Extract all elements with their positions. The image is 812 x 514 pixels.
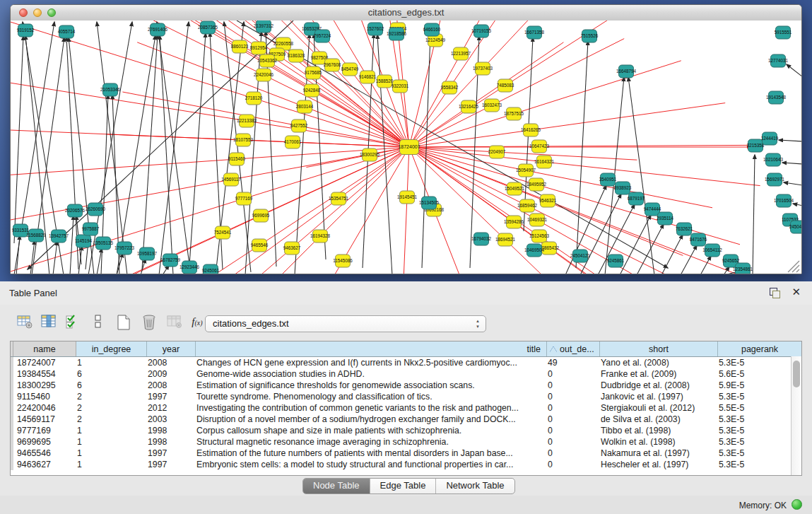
svg-text:13505135: 13505135 xyxy=(93,240,114,245)
table-row[interactable]: 946362711997Embryonic stem cells: a mode… xyxy=(11,459,801,470)
svg-text:19143548: 19143548 xyxy=(766,95,787,100)
table-cell: 1997 xyxy=(144,448,193,459)
table-row[interactable]: 946554611997Estimation of the future num… xyxy=(11,448,801,459)
table-cell: 1 xyxy=(73,448,144,459)
function-builder-icon[interactable]: f(x) xyxy=(188,316,206,334)
svg-text:21053346: 21053346 xyxy=(100,87,121,92)
show-columns-icon[interactable] xyxy=(40,314,58,332)
table-cell: 5.3E-5 xyxy=(715,391,801,402)
delete-columns-icon[interactable] xyxy=(140,314,158,332)
table-cell: 0 xyxy=(544,425,597,436)
table-cell: 5.3E-5 xyxy=(715,459,801,470)
column-header-pagerank[interactable]: pagerank xyxy=(718,341,801,356)
svg-text:17957223: 17957223 xyxy=(114,245,135,250)
close-panel-icon[interactable]: ✕ xyxy=(792,286,801,298)
svg-text:16194328: 16194328 xyxy=(310,233,331,238)
svg-text:2204907: 2204907 xyxy=(488,149,506,154)
column-header-name[interactable]: name xyxy=(13,341,76,356)
float-panel-icon[interactable] xyxy=(768,287,781,298)
svg-text:12923446: 12923446 xyxy=(180,264,200,269)
svg-text:10654112: 10654112 xyxy=(702,247,722,252)
svg-text:16032473: 16032473 xyxy=(482,103,502,107)
table-cell: 5.3E-5 xyxy=(715,357,801,368)
svg-text:18495952: 18495952 xyxy=(526,182,547,187)
column-header-in-degree[interactable]: in_degree xyxy=(76,341,147,356)
table-row[interactable]: 1872400712008Changes of HCN gene express… xyxy=(11,357,801,368)
svg-text:9558342: 9558342 xyxy=(441,85,459,90)
create-column-icon[interactable] xyxy=(114,314,133,332)
svg-text:7515526: 7515526 xyxy=(581,33,599,38)
table-row[interactable]: 1938455462009Genome-wide association stu… xyxy=(11,368,801,380)
svg-text:13942757: 13942757 xyxy=(49,233,69,238)
column-header-short[interactable]: short xyxy=(600,341,718,356)
svg-text:9319152: 9319152 xyxy=(17,28,35,33)
table-row[interactable]: 2242004622012Investigating the contribut… xyxy=(11,402,801,414)
network-window: citations_edges.txt 88601238912954222605… xyxy=(10,4,802,274)
table-cell: Embryonic stem cells: a model to study s… xyxy=(193,459,544,470)
table-cell: 5.3E-5 xyxy=(715,448,801,459)
table-cell: 18724007 xyxy=(13,357,73,368)
table-cell: Nakamura et al. (1997) xyxy=(597,448,715,459)
svg-text:7957224: 7957224 xyxy=(314,33,331,38)
table-cell: 0 xyxy=(544,414,597,425)
table-cell: de Silva et al. (2003) xyxy=(597,414,715,425)
svg-text:9245652: 9245652 xyxy=(722,258,740,263)
tab-network-table[interactable]: Network Table xyxy=(436,479,514,493)
row-height-icon[interactable] xyxy=(89,314,107,332)
svg-text:16416265: 16416265 xyxy=(521,127,541,132)
window-titlebar[interactable]: citations_edges.txt xyxy=(11,5,801,21)
table-cell: Yano et al. (2008) xyxy=(597,357,715,368)
column-header-out-degree[interactable]: out_de... xyxy=(547,341,600,356)
svg-text:10958197: 10958197 xyxy=(137,251,158,256)
column-header-year[interactable]: year xyxy=(147,341,196,356)
tab-edge-table[interactable]: Edge Table xyxy=(370,479,437,493)
table-row[interactable]: 969969511998Structural magnetic resonanc… xyxy=(11,436,801,448)
table-cell: Wolkin et al. (1998) xyxy=(597,436,715,448)
delete-table-icon[interactable] xyxy=(165,314,184,332)
table-cell: Dudbridge et al. (2008) xyxy=(597,380,715,391)
table-select-dropdown[interactable]: citations_edges.txt ▲▼ xyxy=(205,315,486,332)
table-cell: 5.3E-5 xyxy=(715,436,801,448)
column-header-title[interactable]: title xyxy=(196,341,547,356)
dropdown-stepper-icon: ▲▼ xyxy=(473,318,483,329)
table-cell: 22420046 xyxy=(13,402,73,414)
svg-text:8912954: 8912954 xyxy=(250,45,268,50)
svg-text:9465546: 9465546 xyxy=(251,243,269,247)
table-row[interactable]: 977716911998Corpus callosum shape and si… xyxy=(11,425,801,436)
vertical-scrollbar[interactable] xyxy=(791,356,801,475)
svg-text:13594286: 13594286 xyxy=(504,219,524,224)
table-cell: 9777169 xyxy=(13,425,73,436)
svg-text:19145451: 19145451 xyxy=(397,194,418,199)
svg-text:5915551: 5915551 xyxy=(775,30,792,35)
svg-text:3540951: 3540951 xyxy=(599,177,617,182)
svg-text:8215358: 8215358 xyxy=(747,143,765,148)
network-canvas[interactable]: 8860123891295422260558982750981863281054… xyxy=(11,21,801,274)
table-cell: 0 xyxy=(544,459,597,470)
table-panel-header: Table Panel ✕ xyxy=(0,281,812,305)
svg-text:18107553: 18107553 xyxy=(233,137,254,142)
table-panel-title: Table Panel xyxy=(9,288,57,298)
table-cell: 0 xyxy=(544,436,597,448)
table-cell: 0 xyxy=(544,380,597,391)
table-row[interactable]: 1830029562008Estimation of significance … xyxy=(11,380,801,391)
table-row[interactable]: 1456911722003Disruption of a novel membe… xyxy=(11,414,801,425)
svg-text:18300295: 18300295 xyxy=(360,152,380,157)
table-row[interactable]: 911546021997Tourette syndrome. Phenomeno… xyxy=(11,391,801,402)
svg-text:1145194: 1145194 xyxy=(75,238,93,243)
table-cell: Stergiakouli et al. (2012) xyxy=(597,402,715,414)
scrollbar-thumb[interactable] xyxy=(793,361,800,387)
table-options-icon[interactable] xyxy=(16,314,34,332)
table-cell: Changes of HCN gene expression and I(f) … xyxy=(193,357,544,368)
tab-node-table[interactable]: Node Table xyxy=(303,479,370,493)
svg-text:9146821: 9146821 xyxy=(359,74,377,79)
table-cell: 9699695 xyxy=(13,436,73,448)
table-cell: 6 xyxy=(73,380,144,391)
svg-text:7524541: 7524541 xyxy=(214,230,232,235)
svg-text:8454749: 8454749 xyxy=(341,66,359,71)
select-columns-icon[interactable] xyxy=(64,314,82,332)
table-cell: Tibbo et al. (1998) xyxy=(597,425,715,436)
svg-text:9242848: 9242848 xyxy=(303,88,321,93)
svg-text:8427552: 8427552 xyxy=(290,123,308,128)
memory-ok-icon xyxy=(792,499,802,510)
table-cell: 0 xyxy=(544,368,597,380)
